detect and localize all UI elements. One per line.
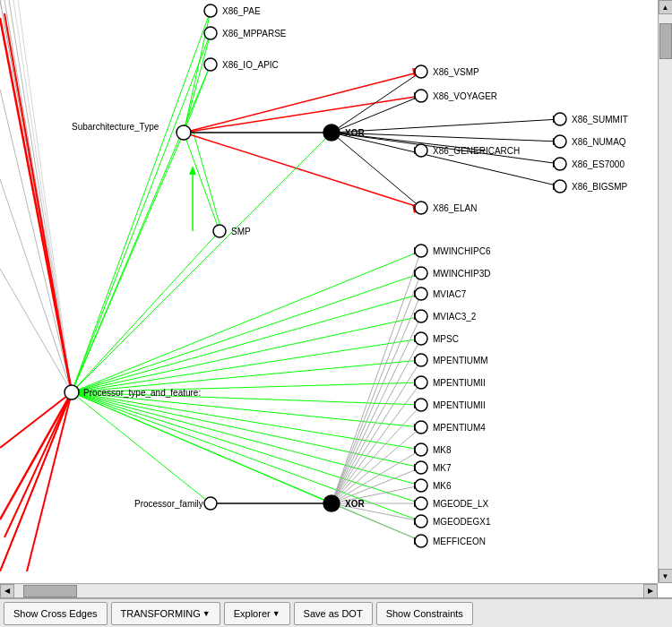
svg-point-138 [415, 288, 427, 300]
toolbar: Show Cross Edges TRANSFORMING ▼ Explorer… [0, 598, 672, 627]
svg-text:X86_BIGSMP: X86_BIGSMP [572, 182, 628, 192]
show-constraints-label: Show Constraints [386, 608, 463, 619]
transforming-label: TRANSFORMING [121, 608, 201, 619]
svg-text:MPENTIUMII: MPENTIUMII [433, 378, 486, 388]
svg-point-140 [415, 310, 427, 322]
svg-text:MK8: MK8 [433, 445, 452, 455]
svg-point-162 [415, 535, 427, 547]
svg-text:MK7: MK7 [433, 463, 452, 473]
explorer-dropdown-arrow: ▼ [272, 609, 280, 618]
svg-text:Processor_family: Processor_family [134, 499, 203, 509]
svg-text:X86_PAE: X86_PAE [222, 6, 261, 16]
svg-point-118 [415, 65, 427, 78]
show-cross-edges-button[interactable]: Show Cross Edges [4, 602, 108, 625]
svg-point-110 [213, 225, 226, 237]
svg-text:X86_VSMP: X86_VSMP [433, 67, 479, 77]
svg-text:MGEODEGX1: MGEODEGX1 [433, 517, 491, 527]
svg-text:Subarchitecture_Type: Subarchitecture_Type [72, 122, 159, 132]
svg-text:X86_MPPARSE: X86_MPPARSE [222, 29, 287, 39]
svg-text:MWINCHIPC6: MWINCHIPC6 [433, 246, 491, 256]
svg-rect-0 [0, 0, 658, 571]
svg-text:X86_ES7000: X86_ES7000 [572, 159, 625, 169]
svg-point-132 [415, 202, 427, 214]
svg-point-124 [554, 113, 566, 125]
svg-point-116 [323, 495, 340, 511]
save-as-dot-label: Save as DOT [304, 608, 363, 619]
svg-text:XOR: XOR [345, 499, 365, 509]
svg-point-154 [415, 461, 427, 474]
svg-text:X86_NUMAQ: X86_NUMAQ [572, 137, 626, 147]
svg-text:MPENTIUMM: MPENTIUMM [433, 356, 488, 365]
transforming-dropdown-arrow: ▼ [202, 609, 211, 618]
svg-point-114 [204, 497, 217, 510]
svg-point-156 [415, 479, 427, 492]
svg-text:Processor_type_and_feature:: Processor_type_and_feature: [83, 388, 201, 398]
svg-text:SMP: SMP [231, 227, 251, 236]
svg-text:MEFFICEON: MEFFICEON [433, 537, 486, 546]
svg-point-160 [415, 515, 427, 528]
svg-point-146 [415, 376, 427, 389]
svg-text:X86_GENERICARCH: X86_GENERICARCH [433, 146, 520, 156]
svg-text:X86_IO_APIC: X86_IO_APIC [222, 60, 279, 70]
svg-text:XOR: XOR [345, 128, 365, 138]
svg-point-102 [204, 27, 217, 39]
svg-point-120 [415, 90, 427, 102]
svg-text:MPSC: MPSC [433, 334, 459, 344]
svg-point-136 [415, 267, 427, 279]
main-container: X86_PAE X86_MPPARSE X86_IO_APIC Subarchi… [0, 0, 672, 627]
svg-text:MVIAC7: MVIAC7 [433, 289, 467, 299]
show-constraints-button[interactable]: Show Constraints [376, 602, 473, 625]
graph-svg: X86_PAE X86_MPPARSE X86_IO_APIC Subarchi… [0, 0, 658, 571]
svg-text:MVIAC3_2: MVIAC3_2 [433, 312, 477, 322]
svg-point-148 [415, 399, 427, 411]
svg-text:X86_SUMMIT: X86_SUMMIT [572, 115, 628, 125]
svg-point-122 [415, 144, 427, 157]
svg-point-100 [204, 4, 217, 17]
svg-point-134 [415, 245, 427, 257]
svg-text:MGEODE_LX: MGEODE_LX [433, 499, 489, 509]
svg-point-144 [415, 354, 427, 366]
save-as-dot-button[interactable]: Save as DOT [294, 602, 373, 625]
scrollbar-bottom[interactable]: ◀ ▶ [0, 583, 658, 597]
scrollbar-right[interactable]: ▲ ▼ [658, 0, 672, 583]
show-cross-edges-label: Show Cross Edges [13, 608, 98, 619]
svg-text:MPENTIUMII: MPENTIUMII [433, 400, 486, 410]
svg-text:MWINCHIP3D: MWINCHIP3D [433, 269, 490, 279]
explorer-label: Explorer [234, 608, 271, 619]
svg-point-158 [415, 497, 427, 510]
svg-point-126 [554, 135, 566, 148]
svg-point-142 [415, 332, 427, 345]
svg-point-152 [415, 443, 427, 456]
graph-area[interactable]: X86_PAE X86_MPPARSE X86_IO_APIC Subarchi… [0, 0, 672, 598]
scroll-right-thumb[interactable] [659, 23, 672, 59]
scroll-bottom-thumb[interactable] [23, 585, 77, 597]
scroll-right-track[interactable] [659, 14, 672, 569]
svg-point-150 [415, 421, 427, 434]
scroll-left-button[interactable]: ◀ [0, 584, 14, 598]
svg-point-130 [554, 180, 566, 193]
scroll-up-button[interactable]: ▲ [659, 0, 673, 14]
svg-text:MK6: MK6 [433, 481, 452, 491]
svg-point-108 [323, 125, 340, 141]
svg-point-106 [177, 125, 191, 140]
svg-text:X86_VOYAGER: X86_VOYAGER [433, 91, 497, 101]
explorer-button[interactable]: Explorer ▼ [224, 602, 290, 625]
scroll-down-button[interactable]: ▼ [659, 569, 673, 583]
scroll-right-button[interactable]: ▶ [643, 584, 658, 598]
svg-point-112 [65, 385, 79, 399]
svg-text:MPENTIUM4: MPENTIUM4 [433, 423, 486, 433]
transforming-button[interactable]: TRANSFORMING ▼ [111, 602, 220, 625]
svg-point-104 [204, 58, 217, 71]
svg-text:X86_ELAN: X86_ELAN [433, 203, 477, 213]
scroll-bottom-track[interactable] [14, 585, 643, 597]
svg-point-128 [554, 158, 566, 170]
